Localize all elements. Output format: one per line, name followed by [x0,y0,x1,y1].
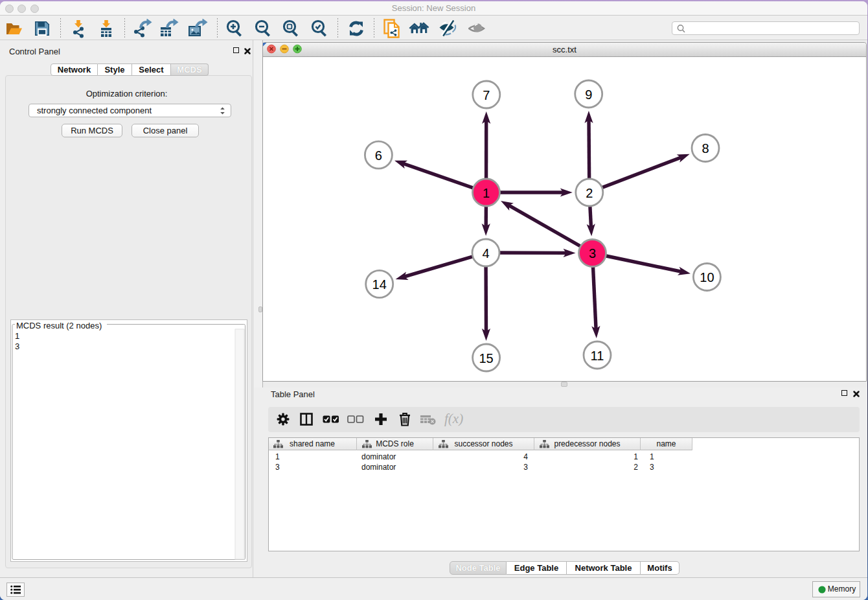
svg-text:6: 6 [375,148,382,163]
svg-text:15: 15 [479,351,493,365]
svg-text:1: 1 [483,186,490,200]
svg-text:4: 4 [482,246,489,260]
svg-text:10: 10 [700,270,714,284]
svg-text:2: 2 [586,186,593,200]
svg-text:9: 9 [585,87,592,102]
svg-text:3: 3 [589,246,596,260]
svg-text:7: 7 [483,88,490,102]
svg-text:8: 8 [702,141,709,156]
svg-text:14: 14 [372,277,387,292]
svg-text:11: 11 [591,349,604,363]
